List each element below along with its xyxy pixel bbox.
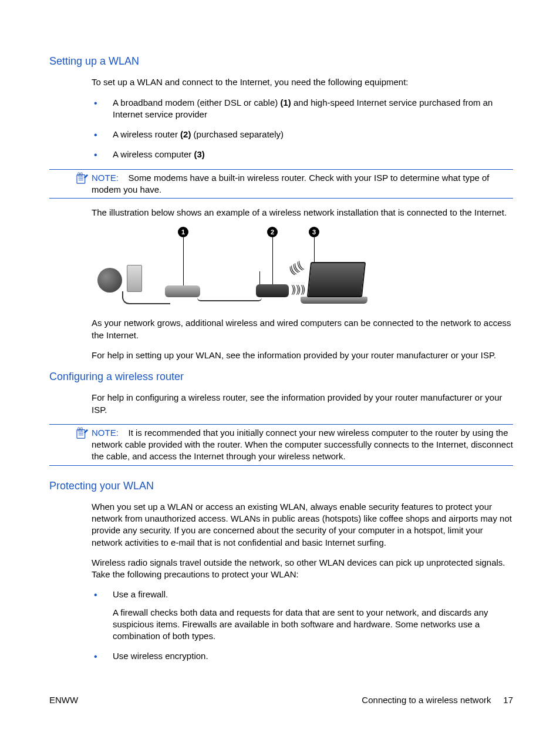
note-icon	[76, 172, 89, 184]
list-item: A wireless router (2) (purchased separat…	[92, 129, 513, 140]
illustration-intro: The illustration below shows an example …	[92, 207, 513, 219]
li-text: A broadband modem (either DSL or cable)	[113, 98, 280, 107]
heading-protecting-wlan: Protecting your WLAN	[49, 479, 513, 493]
section3-body: When you set up a WLAN or access an exis…	[92, 501, 513, 663]
help-paragraph: For help in setting up your WLAN, see th…	[92, 350, 513, 361]
list-item: Use wireless encryption.	[92, 650, 513, 662]
page-footer: ENWW Connecting to a wireless network 17	[49, 694, 513, 706]
modem-icon	[127, 265, 142, 292]
footer-right: Connecting to a wireless network 17	[362, 694, 513, 706]
callout-line	[272, 237, 273, 284]
li-text: A wireless computer	[113, 149, 194, 159]
protect-paragraph-2: Wireless radio signals travel outside th…	[92, 557, 513, 581]
svg-rect-10	[78, 428, 80, 431]
note-text: It is recommended that you initially con…	[92, 428, 513, 462]
section1-body2: The illustration below shows an example …	[92, 207, 513, 361]
cable-icon	[122, 291, 170, 304]
note-box: NOTE: It is recommended that you initial…	[49, 424, 513, 466]
wireless-waves-icon: ⸨⸨⸨	[286, 258, 306, 278]
list-item: A wireless computer (3)	[92, 149, 513, 160]
svg-rect-11	[80, 428, 82, 431]
note-label: NOTE:	[92, 428, 119, 438]
callout-2: 2	[267, 227, 278, 237]
config-paragraph: For help in configuring a wireless route…	[92, 392, 513, 416]
antenna-icon	[259, 271, 260, 285]
li-bold: (2)	[180, 129, 191, 139]
callout-line	[183, 237, 184, 285]
firewall-description: A firewall checks both data and requests…	[113, 607, 513, 643]
intro-paragraph: To set up a WLAN and connect to the Inte…	[92, 76, 513, 88]
precautions-list: Use a firewall. A firewall checks both d…	[92, 589, 513, 662]
li-text: (purchased separately)	[191, 129, 284, 139]
heading-configuring-router: Configuring a wireless router	[49, 369, 513, 384]
page-number: 17	[503, 695, 513, 705]
globe-icon	[97, 268, 122, 293]
callout-1: 1	[178, 227, 188, 237]
callout-3: 3	[309, 227, 319, 237]
protect-paragraph-1: When you set up a WLAN or access an exis…	[92, 501, 513, 549]
footer-left: ENWW	[49, 694, 78, 706]
li-text: A wireless router	[113, 129, 180, 139]
list-item: A broadband modem (either DSL or cable) …	[92, 97, 513, 121]
note-icon	[76, 427, 89, 439]
note-label: NOTE:	[92, 173, 119, 183]
cable-icon	[197, 293, 262, 301]
note-box: NOTE: Some modems have a built-in wirele…	[49, 169, 513, 199]
equipment-list: A broadband modem (either DSL or cable) …	[92, 97, 513, 161]
li-text: Use wireless encryption.	[113, 651, 208, 661]
wireless-router-icon	[256, 284, 289, 297]
document-page: Setting up a WLAN To set up a WLAN and c…	[0, 0, 560, 746]
list-item: Use a firewall. A firewall checks both d…	[92, 589, 513, 642]
section2-body: For help in configuring a wireless route…	[92, 392, 513, 416]
network-illustration: 1 2 3 ⸩⸩⸩ ⸨⸨⸨	[97, 227, 391, 309]
heading-setting-up-wlan: Setting up a WLAN	[49, 54, 513, 68]
note-text: Some modems have a built-in wireless rou…	[92, 173, 490, 194]
li-bold: (1)	[280, 98, 291, 107]
wireless-waves-icon: ⸩⸩⸩	[291, 282, 305, 296]
network-grow-paragraph: As your network grows, additional wirele…	[92, 317, 513, 341]
callout-line	[314, 237, 315, 262]
laptop-icon	[309, 262, 367, 304]
svg-rect-5	[80, 172, 82, 175]
li-text: Use a firewall.	[113, 589, 168, 599]
svg-rect-4	[78, 172, 80, 175]
footer-section-title: Connecting to a wireless network	[362, 695, 491, 705]
section1-body: To set up a WLAN and connect to the Inte…	[92, 76, 513, 160]
router-icon	[165, 285, 200, 297]
li-bold: (3)	[194, 149, 204, 159]
